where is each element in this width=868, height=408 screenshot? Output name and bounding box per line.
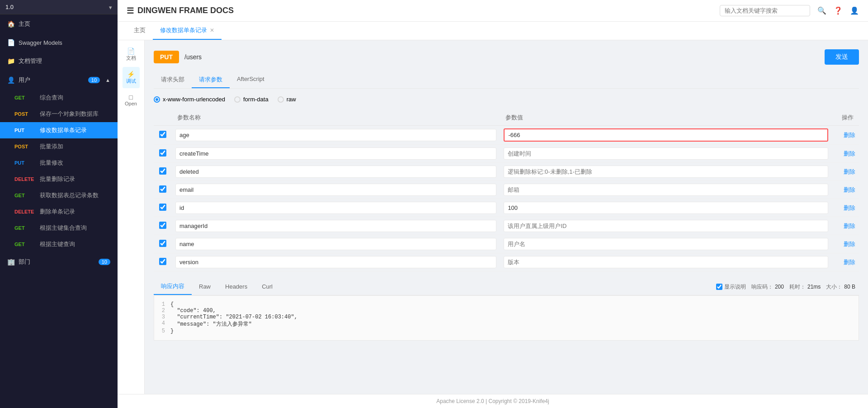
response-tab-content[interactable]: 响应内容	[154, 279, 192, 295]
sidebar-item-users-7[interactable]: DELETE 删除单条记录	[0, 204, 118, 220]
table-row: 删除	[154, 217, 859, 235]
param-delete-7[interactable]: 删除	[844, 259, 855, 266]
sidebar-item-method-4: PUT	[14, 160, 36, 166]
param-value-input-3[interactable]	[504, 184, 828, 196]
table-row: 删除	[154, 235, 859, 253]
sidebar-group-icon-home: 🏠	[7, 20, 15, 28]
param-name-input-6[interactable]	[175, 238, 496, 250]
param-name-input-7[interactable]	[175, 256, 496, 268]
sidebar-group-icon-dept: 🏢	[7, 258, 15, 266]
param-checkbox-7[interactable]	[159, 258, 166, 265]
table-row: 删除	[154, 181, 859, 199]
sidebar-item-label-2: 修改数据单条记录	[40, 126, 87, 134]
sidebar-item-users-6[interactable]: GET 获取数据表总记录条数	[0, 187, 118, 204]
table-row: 删除	[154, 199, 859, 217]
sidebar-item-users-0[interactable]: GET 综合查询	[0, 90, 118, 106]
code-line: 1 {	[154, 301, 859, 308]
version-select[interactable]: 1.0	[0, 0, 118, 14]
code-line: 2 "code": 400,	[154, 308, 859, 314]
param-delete-5[interactable]: 删除	[844, 223, 855, 229]
param-delete-0[interactable]: 删除	[844, 132, 855, 138]
param-checkbox-0[interactable]	[159, 131, 166, 138]
param-name-input-3[interactable]	[175, 184, 496, 196]
sub-tab-afterscript[interactable]: AfterScript	[230, 72, 272, 88]
param-checkbox-3[interactable]	[159, 185, 166, 193]
tab-home[interactable]: 主页	[127, 22, 153, 40]
left-panel-open[interactable]: □ Open	[121, 90, 141, 110]
sidebar-item-users-1[interactable]: POST 保存一个对象到数据库	[0, 106, 118, 122]
sidebar-group-badge-dept: 10	[99, 259, 110, 265]
radio-formdata[interactable]: form-data	[234, 96, 269, 103]
sidebar-item-users-2[interactable]: PUT 修改数据单条记录	[0, 122, 118, 138]
radio-urlencoded[interactable]: x-www-form-urlencoded	[154, 96, 225, 103]
send-button[interactable]: 发送	[825, 49, 859, 65]
code-line: 3 "currentTime": "2021-07-02 16:03:40",	[154, 314, 859, 320]
footer: Apache License 2.0 | Copyright © 2019-Kn…	[118, 394, 868, 408]
line-content: "message": "方法入参异常"	[170, 320, 252, 328]
sidebar-group-header-docs[interactable]: 📁 文档管理	[0, 52, 118, 71]
param-name-input-2[interactable]	[175, 166, 496, 178]
param-name-input-5[interactable]	[175, 220, 496, 232]
param-checkbox-1[interactable]	[159, 149, 166, 157]
param-delete-4[interactable]: 删除	[844, 204, 855, 211]
response-size-value: 80 B	[844, 284, 855, 290]
param-value-input-0[interactable]	[504, 128, 828, 142]
param-checkbox-5[interactable]	[159, 222, 166, 229]
response-time-meta: 耗时： 21ms	[789, 283, 821, 291]
sidebar-group-home: 🏠 主页	[0, 14, 118, 33]
response-time-value: 21ms	[807, 284, 821, 290]
left-panel-docs[interactable]: 📄 文档	[123, 44, 140, 65]
sidebar-item-method-0: GET	[14, 95, 36, 100]
sidebar-item-label-3: 批量添加	[40, 142, 63, 151]
param-delete-2[interactable]: 删除	[844, 168, 855, 175]
search-input[interactable]	[720, 5, 810, 16]
param-name-input-1[interactable]	[175, 147, 496, 160]
show-desc-checkbox-label[interactable]: 显示说明	[716, 283, 746, 291]
sidebar-item-method-7: DELETE	[14, 209, 36, 214]
param-name-input-0[interactable]	[175, 129, 496, 141]
param-delete-6[interactable]: 删除	[844, 241, 855, 247]
sidebar-item-users-3[interactable]: POST 批量添加	[0, 138, 118, 155]
response-tab-raw[interactable]: Raw	[192, 280, 218, 294]
response-tab-headers[interactable]: Headers	[218, 280, 255, 294]
sidebar-item-users-8[interactable]: GET 根据主键集合查询	[0, 220, 118, 236]
sidebar-group-header-swagger[interactable]: 📄 Swagger Models	[0, 33, 118, 52]
sidebar-group-header-home[interactable]: 🏠 主页	[0, 14, 118, 33]
version-wrapper: 1.0	[0, 0, 118, 14]
param-value-input-6[interactable]	[504, 238, 828, 250]
show-desc-checkbox[interactable]	[716, 284, 722, 290]
sidebar-item-users-9[interactable]: GET 根据主键查询	[0, 236, 118, 252]
response-code-block: 1 { 2 "code": 400, 3 "currentTime": "202…	[154, 295, 859, 341]
sidebar-item-users-4[interactable]: PUT 批量修改	[0, 155, 118, 171]
radio-raw[interactable]: raw	[278, 96, 296, 103]
user-icon[interactable]: 👤	[850, 6, 859, 15]
param-value-input-7[interactable]	[504, 256, 828, 268]
doc-icon: 📄	[126, 47, 136, 55]
param-value-input-5[interactable]	[504, 220, 828, 232]
param-value-input-1[interactable]	[504, 147, 828, 160]
response-tab-curl[interactable]: Curl	[255, 280, 280, 294]
tab-edit-record[interactable]: 修改数据单条记录 ✕	[153, 22, 222, 40]
param-delete-3[interactable]: 删除	[844, 186, 855, 193]
sidebar-group-header-dept[interactable]: 🏢 部门 10	[0, 252, 118, 271]
search-icon[interactable]: 🔍	[817, 6, 826, 15]
param-value-input-4[interactable]	[504, 202, 828, 214]
sidebar-group-header-users[interactable]: 👤 用户 10 ▲	[0, 71, 118, 90]
tab-close-icon[interactable]: ✕	[210, 27, 214, 33]
sidebar-item-users-5[interactable]: DELETE 批量删除记录	[0, 171, 118, 187]
param-name-input-4[interactable]	[175, 202, 496, 214]
help-icon[interactable]: ❓	[834, 6, 843, 15]
param-checkbox-2[interactable]	[159, 167, 166, 175]
sub-tab-headers[interactable]: 请求头部	[154, 72, 192, 88]
left-panel-debug[interactable]: ⚡ 调试	[123, 67, 140, 88]
sidebar-item-method-2: PUT	[14, 128, 36, 133]
menu-icon[interactable]: ☰	[127, 6, 134, 16]
sub-tab-params[interactable]: 请求参数	[192, 72, 230, 88]
param-delete-1[interactable]: 删除	[844, 150, 855, 157]
param-checkbox-4[interactable]	[159, 204, 166, 211]
param-value-input-2[interactable]	[504, 166, 828, 178]
sub-tabs: 请求头部 请求参数 AfterScript	[154, 72, 859, 89]
param-checkbox-6[interactable]	[159, 240, 166, 247]
sidebar-items-users: GET 综合查询 POST 保存一个对象到数据库 PUT 修改数据单条记录 PO…	[0, 90, 118, 252]
line-content: {	[170, 301, 174, 308]
